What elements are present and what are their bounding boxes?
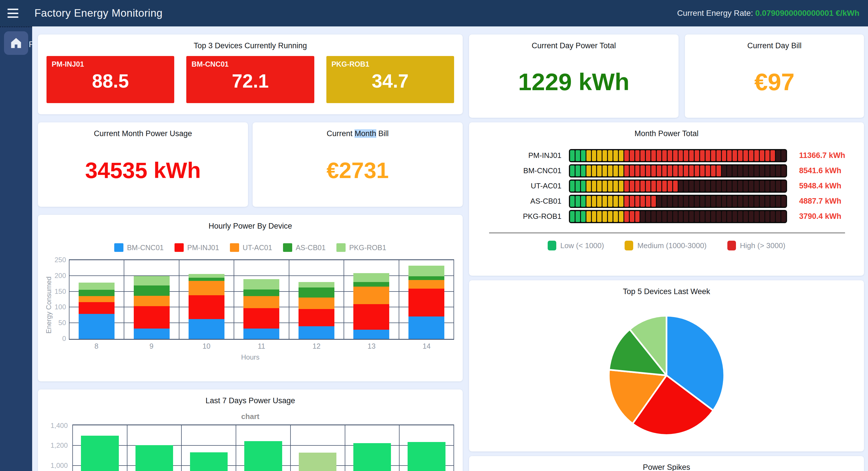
led-segment xyxy=(651,196,656,207)
led-segment xyxy=(694,150,699,161)
led-segment xyxy=(679,181,683,192)
led-segment xyxy=(760,150,764,161)
device-tile-value: 34.7 xyxy=(332,70,449,92)
legend-label: PKG-ROB1 xyxy=(349,243,386,252)
device-tile-label: PKG-ROB1 xyxy=(332,60,449,68)
device-label: AS-CB01 xyxy=(469,197,569,206)
bar-segment-BM-CNC01 xyxy=(353,330,389,339)
category-slot xyxy=(234,260,289,339)
led-bar xyxy=(569,164,787,177)
legend-item[interactable]: PKG-ROB1 xyxy=(336,243,386,252)
bar-segment-PKG-ROB1 xyxy=(408,266,444,276)
led-segment xyxy=(673,181,678,192)
led-segment xyxy=(733,196,737,207)
legend-item[interactable]: BM-CNC01 xyxy=(114,243,164,252)
x-tick-label: 8 xyxy=(69,342,124,350)
bar-segment-PM-INJ01 xyxy=(134,306,169,328)
month-power-usage-value: 34535 kWh xyxy=(38,138,248,207)
led-segment xyxy=(770,181,775,192)
led-gauge-rows: PM-INJ0111366.7 kWhBM-CNC018541.6 kWhUT-… xyxy=(469,148,864,224)
led-segment xyxy=(754,150,759,161)
bar-segment-PM-INJ01 xyxy=(79,302,115,314)
hamburger-menu-icon[interactable] xyxy=(7,9,19,18)
x-tick-label: 14 xyxy=(399,342,454,350)
day-power-total-value: 1229 kWh xyxy=(469,50,679,118)
led-segment xyxy=(722,166,726,176)
led-segment xyxy=(630,211,634,222)
legend-label: UT-AC01 xyxy=(243,243,272,252)
card-title: Current Day Power Total xyxy=(469,34,679,50)
legend-label: Medium (1000-3000) xyxy=(637,241,706,250)
device-label: PM-INJ01 xyxy=(469,151,569,160)
led-segment xyxy=(608,181,613,192)
led-segment xyxy=(706,181,710,192)
led-segment xyxy=(630,181,634,192)
device-tile-label: PM-INJ01 xyxy=(52,60,169,68)
led-segment xyxy=(602,181,607,192)
stacked-bar xyxy=(353,260,389,339)
bar xyxy=(244,441,282,471)
led-segment xyxy=(576,196,580,207)
led-segment xyxy=(576,181,580,192)
led-segment xyxy=(711,196,716,207)
bar-segment-PKG-ROB1 xyxy=(134,276,169,286)
category-slot xyxy=(400,425,454,471)
led-bar xyxy=(569,195,787,208)
led-segment xyxy=(635,196,640,207)
bar-segment-BM-CNC01 xyxy=(79,314,115,339)
legend-item[interactable]: AS-CB01 xyxy=(283,243,326,252)
card-month-power-usage: Current Month Power Usage 34535 kWh xyxy=(38,122,248,207)
led-segment xyxy=(619,166,623,176)
led-gauge-row: UT-AC015948.4 kWh xyxy=(469,178,864,194)
sidebar: F xyxy=(0,26,32,471)
device-tile-label: BM-CNC01 xyxy=(191,60,309,68)
led-segment xyxy=(640,150,645,161)
led-segment xyxy=(689,181,694,192)
y-tick-label: 0 xyxy=(46,334,66,343)
led-segment xyxy=(570,196,575,207)
led-gauge-row: PM-INJ0111366.7 kWh xyxy=(469,148,864,163)
led-segment xyxy=(716,166,721,176)
card-top3-devices: Top 3 Devices Currently Running PM-INJ01… xyxy=(38,34,463,114)
card-title: Top 3 Devices Currently Running xyxy=(38,34,463,50)
led-segment xyxy=(776,150,780,161)
led-segment xyxy=(781,196,786,207)
led-segment xyxy=(760,211,764,222)
led-segment xyxy=(646,211,650,222)
legend-swatch xyxy=(727,241,736,251)
selected-text: Month xyxy=(354,129,376,138)
led-segment xyxy=(689,150,694,161)
led-segment xyxy=(646,196,650,207)
y-tick-label: 50 xyxy=(46,319,66,327)
led-segment xyxy=(738,166,743,176)
led-segment xyxy=(581,211,586,222)
led-segment xyxy=(646,181,650,192)
led-segment xyxy=(727,181,732,192)
led-segment xyxy=(608,211,613,222)
legend-item: High (> 3000) xyxy=(727,241,785,251)
led-segment xyxy=(608,166,613,176)
sidebar-item-home[interactable] xyxy=(4,31,28,55)
bar-segment-UT-AC01 xyxy=(353,287,389,304)
chart-title: Month Power Total xyxy=(469,122,864,138)
led-segment xyxy=(651,166,656,176)
led-segment xyxy=(640,181,645,192)
legend-label: AS-CB01 xyxy=(296,243,326,252)
category-slot xyxy=(236,425,291,471)
bar-segment-PKG-ROB1 xyxy=(189,274,224,278)
legend-item[interactable]: PM-INJ01 xyxy=(175,243,219,252)
led-segment xyxy=(581,196,586,207)
bar-segment-AS-CB01 xyxy=(189,278,224,281)
led-segment xyxy=(608,196,613,207)
led-segment xyxy=(581,181,586,192)
led-gauge-row: AS-CB014887.7 kWh xyxy=(469,194,864,209)
led-segment xyxy=(722,211,726,222)
led-segment xyxy=(657,181,661,192)
led-segment xyxy=(716,150,721,161)
y-tick-label: 1,200 xyxy=(48,441,68,449)
legend-item: Medium (1000-3000) xyxy=(625,241,706,251)
legend-item[interactable]: UT-AC01 xyxy=(230,243,272,252)
stacked-bar xyxy=(79,260,115,339)
main-content: Top 3 Devices Currently Running PM-INJ01… xyxy=(32,26,868,471)
card-month-power-total: Month Power Total PM-INJ0111366.7 kWhBM-… xyxy=(469,122,864,276)
